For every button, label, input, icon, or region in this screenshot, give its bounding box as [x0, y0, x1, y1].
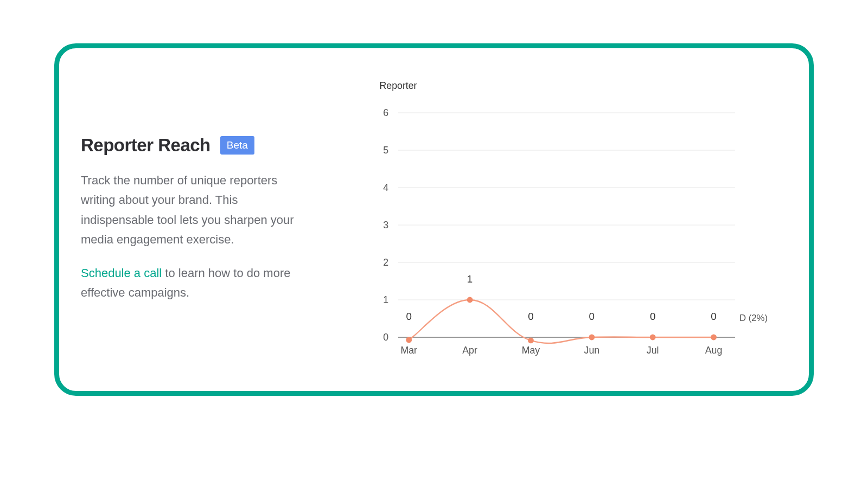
- svg-text:3: 3: [383, 220, 388, 230]
- panel-description: Track the number of unique reporters wri…: [81, 171, 309, 249]
- cta-line: Schedule a call to learn how to do more …: [81, 264, 309, 303]
- data-point[interactable]: [406, 337, 412, 343]
- svg-text:May: May: [522, 345, 540, 356]
- svg-text:Aug: Aug: [705, 345, 723, 356]
- schedule-call-link[interactable]: Schedule a call: [81, 266, 162, 280]
- data-point[interactable]: [650, 335, 656, 341]
- svg-text:0: 0: [589, 311, 595, 322]
- panel-title: Reporter Reach: [81, 135, 210, 156]
- svg-text:0: 0: [406, 311, 412, 322]
- svg-text:0: 0: [650, 311, 655, 322]
- title-row: Reporter Reach Beta: [81, 135, 309, 156]
- x-tick-labels: MarAprMayJunJulAug: [400, 345, 722, 356]
- svg-text:5: 5: [383, 145, 388, 156]
- gridlines: [398, 113, 735, 300]
- chart-title: Reporter: [380, 80, 417, 91]
- svg-text:Jul: Jul: [647, 345, 659, 356]
- data-point[interactable]: [589, 335, 595, 341]
- reporter-chart: Reporter 0123456 MarAprMayJunJulAug 0100…: [309, 75, 787, 375]
- svg-text:1: 1: [467, 273, 473, 285]
- value-labels: 010000: [406, 273, 717, 322]
- svg-text:6: 6: [383, 107, 388, 118]
- reporter-reach-card: Reporter Reach Beta Track the number of …: [54, 43, 814, 396]
- right-annotation: D (2%): [739, 313, 768, 323]
- svg-text:1: 1: [383, 294, 388, 305]
- svg-text:0: 0: [528, 311, 533, 322]
- svg-text:Apr: Apr: [462, 345, 477, 356]
- y-ticks: 0123456: [383, 107, 388, 343]
- svg-text:4: 4: [383, 182, 388, 193]
- left-panel: Reporter Reach Beta Track the number of …: [81, 75, 309, 375]
- data-point[interactable]: [711, 335, 717, 341]
- beta-badge: Beta: [220, 136, 254, 155]
- data-point[interactable]: [528, 337, 534, 343]
- series-line: [409, 300, 714, 343]
- svg-text:Jun: Jun: [584, 345, 600, 356]
- chart-panel: Reporter 0123456 MarAprMayJunJulAug 0100…: [309, 75, 787, 375]
- svg-text:Mar: Mar: [400, 345, 417, 356]
- svg-text:2: 2: [383, 257, 388, 268]
- svg-text:0: 0: [711, 311, 716, 322]
- data-point[interactable]: [467, 297, 473, 303]
- svg-text:0: 0: [383, 332, 388, 343]
